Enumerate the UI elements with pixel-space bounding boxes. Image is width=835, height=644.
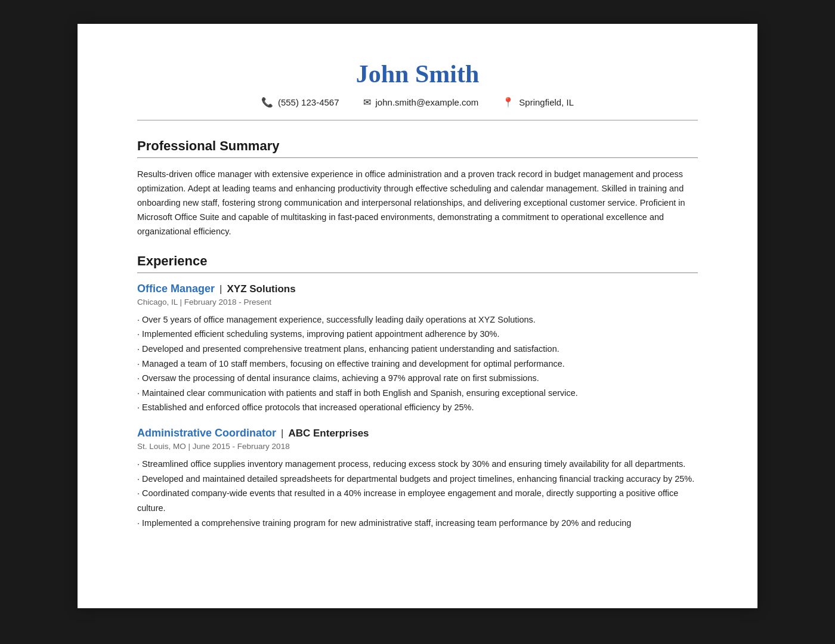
- location-text: Springfield, IL: [519, 97, 574, 107]
- bullet-1-3: · Developed and presented comprehensive …: [137, 342, 698, 357]
- phone-number: (555) 123-4567: [278, 97, 339, 107]
- job-title-row-1: Office Manager | XYZ Solutions: [137, 283, 698, 295]
- job-separator-2: |: [281, 428, 283, 439]
- location-icon: 📍: [502, 97, 514, 108]
- location-contact: 📍 Springfield, IL: [502, 97, 574, 108]
- email-icon: ✉: [363, 97, 371, 108]
- job-title-1: Office Manager: [137, 283, 215, 295]
- job-location-date-1: Chicago, IL | February 2018 - Present: [137, 298, 698, 306]
- summary-text: Results-driven office manager with exten…: [137, 168, 698, 239]
- phone-contact: 📞 (555) 123-4567: [261, 97, 339, 108]
- bullet-1-2: · Implemented efficient scheduling syste…: [137, 327, 698, 342]
- email-contact: ✉ john.smith@example.com: [363, 97, 479, 108]
- job-bullets-2: · Streamlined office supplies inventory …: [137, 457, 698, 530]
- candidate-name: John Smith: [137, 60, 698, 88]
- bullet-1-7: · Established and enforced office protoc…: [137, 400, 698, 415]
- bullet-1-4: · Managed a team of 10 staff members, fo…: [137, 357, 698, 371]
- job-title-row-2: Administrative Coordinator | ABC Enterpr…: [137, 427, 698, 439]
- job-bullets-1: · Over 5 years of office management expe…: [137, 312, 698, 415]
- summary-title: Professional Summary: [137, 138, 698, 154]
- job-entry-2: Administrative Coordinator | ABC Enterpr…: [137, 427, 698, 530]
- bullet-2-4: · Implemented a comprehensive training p…: [137, 516, 698, 531]
- bullet-2-3: · Coordinated company-wide events that r…: [137, 486, 698, 515]
- page-wrapper: John Smith 📞 (555) 123-4567 ✉ john.smith…: [0, 0, 835, 644]
- header-divider: [137, 120, 698, 120]
- email-address: john.smith@example.com: [376, 97, 479, 107]
- bullet-1-1: · Over 5 years of office management expe…: [137, 312, 698, 327]
- job-company-2: ABC Enterprises: [288, 428, 369, 439]
- job-company-1: XYZ Solutions: [227, 283, 295, 295]
- experience-divider: [137, 273, 698, 273]
- bullet-1-5: · Oversaw the processing of dental insur…: [137, 371, 698, 386]
- job-location-date-2: St. Louis, MO | June 2015 - February 201…: [137, 442, 698, 451]
- job-entry-1: Office Manager | XYZ Solutions Chicago, …: [137, 283, 698, 415]
- summary-divider: [137, 157, 698, 158]
- experience-title: Experience: [137, 253, 698, 269]
- resume-header: John Smith 📞 (555) 123-4567 ✉ john.smith…: [137, 60, 698, 108]
- job-title-2: Administrative Coordinator: [137, 427, 276, 439]
- summary-section: Professional Summary Results-driven offi…: [137, 138, 698, 239]
- bullet-2-1: · Streamlined office supplies inventory …: [137, 457, 698, 472]
- bullet-1-6: · Maintained clear communication with pa…: [137, 386, 698, 401]
- job-separator-1: |: [219, 283, 222, 295]
- resume-paper: John Smith 📞 (555) 123-4567 ✉ john.smith…: [78, 24, 757, 608]
- contact-row: 📞 (555) 123-4567 ✉ john.smith@example.co…: [137, 97, 698, 108]
- phone-icon: 📞: [261, 97, 273, 108]
- experience-section: Experience Office Manager | XYZ Solution…: [137, 253, 698, 531]
- bullet-2-2: · Developed and maintained detailed spre…: [137, 472, 698, 487]
